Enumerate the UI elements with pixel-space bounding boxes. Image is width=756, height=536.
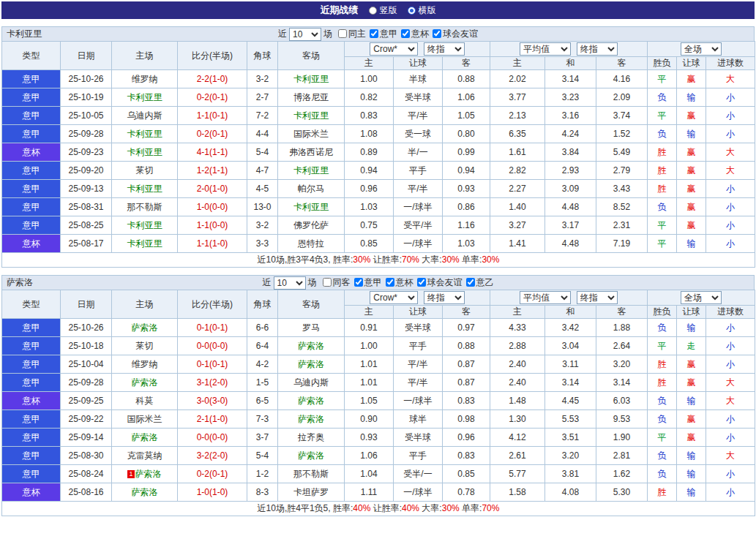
score-cell[interactable]: 2-1(1-0) xyxy=(178,410,247,429)
filter-checkbox-同客[interactable]: 同客 xyxy=(323,276,351,289)
score-cell[interactable]: 1-0(0-0) xyxy=(178,198,247,216)
filter-checkbox-意杯[interactable]: 意杯 xyxy=(386,276,413,289)
home-team-cell[interactable]: 卡利亚里 xyxy=(112,216,178,235)
home-team-cell[interactable]: 卡利亚里 xyxy=(112,180,178,198)
radio-vertical-layout[interactable]: 竖版 xyxy=(369,4,397,17)
home-team-cell[interactable]: 卡利亚里 xyxy=(112,125,178,143)
score-cell[interactable]: 0-2(0-1) xyxy=(178,465,247,483)
checkbox-input[interactable] xyxy=(370,29,378,38)
euro-stage-select[interactable]: 终指 xyxy=(577,42,618,56)
euro-stage-select[interactable]: 终指 xyxy=(577,291,618,304)
filter-checkbox-同主[interactable]: 同主 xyxy=(338,28,366,40)
col-corner: 角球 xyxy=(247,42,278,70)
score-cell[interactable]: 4-1(1-1) xyxy=(178,143,247,162)
home-team-cell[interactable]: 那不勒斯 xyxy=(112,198,178,216)
home-team-cell[interactable]: 卡利亚里 xyxy=(112,235,178,253)
away-team-cell[interactable]: 卡利亚里 xyxy=(278,70,345,88)
match-count-select[interactable]: 10 xyxy=(289,28,321,41)
home-team-cell[interactable]: 科莫 xyxy=(112,392,178,410)
away-team-cell[interactable]: 恩特拉 xyxy=(278,235,345,253)
asian-away-odds-cell: 1.16 xyxy=(443,216,490,235)
score-cell[interactable]: 1-0(1-0) xyxy=(178,483,247,502)
filter-checkbox-意甲[interactable]: 意甲 xyxy=(370,28,397,40)
score-cell[interactable]: 0-2(0-1) xyxy=(178,88,247,107)
home-team-cell[interactable]: 克雷莫纳 xyxy=(112,447,178,465)
away-team-cell[interactable]: 萨索洛 xyxy=(278,337,345,355)
home-team-cell[interactable]: 乌迪内斯 xyxy=(112,107,178,125)
euro-average-select[interactable]: 平均值 xyxy=(520,291,571,304)
scope-select[interactable]: 全场 xyxy=(681,42,722,56)
euro-away-odds-cell: 3.14 xyxy=(596,374,648,392)
asian-away-odds-cell: 0.86 xyxy=(443,198,490,216)
home-team-cell[interactable]: 维罗纳 xyxy=(112,355,178,374)
euro-average-select[interactable]: 平均值 xyxy=(520,42,571,56)
filter-checkbox-球会友谊[interactable]: 球会友谊 xyxy=(417,276,463,289)
euro-draw-odds-cell: 3.16 xyxy=(545,107,596,125)
away-team-cell[interactable]: 萨索洛 xyxy=(278,392,345,410)
away-team-cell[interactable]: 萨索洛 xyxy=(278,410,345,429)
score-cell[interactable]: 0-1(0-1) xyxy=(178,319,247,337)
away-team-cell[interactable]: 帕尔马 xyxy=(278,180,345,198)
scope-select[interactable]: 全场 xyxy=(681,291,722,304)
home-team-cell[interactable]: 卡利亚里 xyxy=(112,143,178,162)
score-cell[interactable]: 1-1(0-0) xyxy=(178,216,247,235)
home-team-cell[interactable]: 萨索洛 xyxy=(112,429,178,447)
score-cell[interactable]: 3-0(3-0) xyxy=(178,392,247,410)
home-team-cell[interactable]: 萨索洛 xyxy=(112,319,178,337)
score-cell[interactable]: 0-2(0-1) xyxy=(178,125,247,143)
away-team-cell[interactable]: 博洛尼亚 xyxy=(278,88,345,107)
away-team-cell[interactable]: 卡利亚里 xyxy=(278,162,345,180)
score-cell[interactable]: 0-0(0-0) xyxy=(178,429,247,447)
home-team-cell[interactable]: 萨索洛 xyxy=(112,483,178,502)
filter-checkbox-意乙[interactable]: 意乙 xyxy=(466,276,494,289)
match-count-select[interactable]: 10 xyxy=(274,276,306,290)
home-team-cell[interactable]: 国际米兰 xyxy=(112,410,178,429)
checkbox-input[interactable] xyxy=(466,278,475,287)
score-cell[interactable]: 2-2(1-0) xyxy=(178,70,247,88)
checkbox-input[interactable] xyxy=(386,278,394,287)
filter-checkbox-意杯[interactable]: 意杯 xyxy=(401,28,429,40)
asian-stage-select[interactable]: 终指 xyxy=(424,291,465,304)
home-team-cell[interactable]: 维罗纳 xyxy=(112,70,178,88)
score-cell[interactable]: 3-1(2-0) xyxy=(178,374,247,392)
score-cell[interactable]: 2-0(1-0) xyxy=(178,180,247,198)
away-team-cell[interactable]: 萨索洛 xyxy=(278,447,345,465)
score-cell[interactable]: 3-2(2-0) xyxy=(178,447,247,465)
away-team-cell[interactable]: 萨索洛 xyxy=(278,355,345,374)
score-cell[interactable]: 1-2(1-1) xyxy=(178,162,247,180)
away-team-cell[interactable]: 罗马 xyxy=(278,319,345,337)
away-team-cell[interactable]: 卡利亚里 xyxy=(278,107,345,125)
home-team-cell[interactable]: 1萨索洛 xyxy=(112,465,178,483)
away-team-cell[interactable]: 佛罗伦萨 xyxy=(278,216,345,235)
home-team-cell[interactable]: 莱切 xyxy=(112,162,178,180)
home-team-cell[interactable]: 萨索洛 xyxy=(112,374,178,392)
checkbox-input[interactable] xyxy=(401,29,410,38)
asian-handicap-cell: 受半球 xyxy=(394,429,443,447)
away-team-cell[interactable]: 卡坦萨罗 xyxy=(278,483,345,502)
checkbox-input[interactable] xyxy=(354,278,363,287)
away-team-cell[interactable]: 那不勒斯 xyxy=(278,465,345,483)
filter-checkbox-意甲[interactable]: 意甲 xyxy=(354,276,382,289)
home-team-cell[interactable]: 卡利亚里 xyxy=(112,88,178,107)
asian-stage-select[interactable]: 终指 xyxy=(424,42,465,56)
away-team-cell[interactable]: 卡利亚里 xyxy=(278,198,345,216)
checkbox-input[interactable] xyxy=(417,278,426,287)
checkbox-input[interactable] xyxy=(323,278,332,287)
filter-checkbox-球会友谊[interactable]: 球会友谊 xyxy=(433,28,478,40)
score-cell[interactable]: 0-0(0-0) xyxy=(178,337,247,355)
outcome-cell: 负 xyxy=(648,447,677,465)
score-cell[interactable]: 1-1(0-1) xyxy=(178,107,247,125)
away-team-cell[interactable]: 国际米兰 xyxy=(278,125,345,143)
away-team-cell[interactable]: 拉齐奥 xyxy=(278,429,345,447)
score-cell[interactable]: 1-1(1-0) xyxy=(178,235,247,253)
checkbox-input[interactable] xyxy=(338,29,347,38)
away-team-cell[interactable]: 乌迪内斯 xyxy=(278,374,345,392)
score-cell[interactable]: 0-1(0-1) xyxy=(178,355,247,374)
away-team-cell[interactable]: 弗洛西诺尼 xyxy=(278,143,345,162)
radio-horizontal-layout[interactable]: 横版 xyxy=(408,4,436,17)
home-team-cell[interactable]: 莱切 xyxy=(112,337,178,355)
checkbox-input[interactable] xyxy=(433,29,441,38)
bookmaker-select[interactable]: Crow* xyxy=(370,42,418,56)
bookmaker-select[interactable]: Crow* xyxy=(370,291,418,304)
team-name: 拉齐奥 xyxy=(298,432,324,442)
